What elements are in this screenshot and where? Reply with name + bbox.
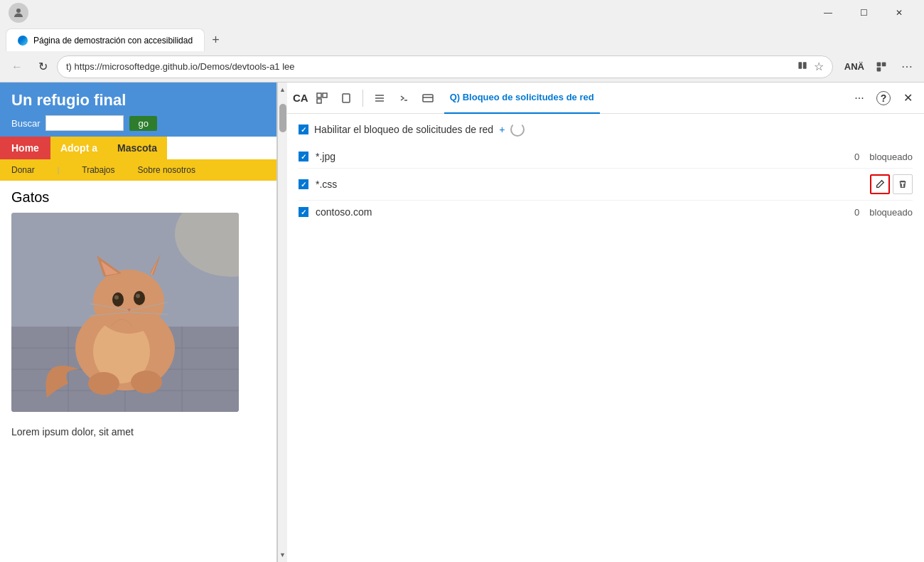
svg-rect-36 [343,94,350,102]
search-input[interactable] [45,115,124,131]
title-bar: — ☐ ✕ [0,0,924,26]
webpage-footer: Lorem ipsum dolor, sit amet [0,420,276,443]
nav-trabajos-item[interactable]: Trabajos [70,162,126,178]
maximize-button[interactable]: ☐ [847,3,880,23]
svg-point-32 [131,371,162,393]
rule-css-checkbox[interactable] [299,179,308,189]
tab-title: Página de demostración con accesibilidad [33,36,193,46]
edge-icon [18,36,28,46]
add-rule-button[interactable]: + [499,124,505,135]
rule-jpg-checkbox[interactable] [299,152,308,161]
minimize-button[interactable]: — [812,3,844,23]
svg-point-25 [136,294,140,298]
svg-rect-4 [882,62,886,66]
svg-rect-5 [877,67,881,71]
reading-mode-icon[interactable] [797,60,808,74]
active-tab[interactable]: Página de demostración con accesibilidad [6,28,205,51]
elements-icon[interactable] [369,88,390,109]
devtools-toolbar: CA [287,83,924,114]
svg-rect-35 [317,99,321,103]
svg-rect-38 [423,95,433,102]
rule-contoso-pattern: contoso.com [316,206,847,218]
devtools-panel: CA [287,83,924,562]
svg-point-31 [88,372,119,395]
edit-css-rule-button[interactable] [870,174,890,194]
rule-contoso-blocked: bloqueado [869,207,913,218]
webpage-body: Gatos [0,181,276,420]
nav-mascota-item[interactable]: Mascota [107,137,167,159]
network-icon[interactable] [417,88,439,109]
more-options-button[interactable]: ⋯ [896,55,918,78]
window-controls: — ☐ ✕ [812,3,915,23]
more-tools-button[interactable]: ··· [849,88,870,109]
rule-contoso-checkbox[interactable] [299,207,308,217]
rule-jpg-blocked: bloqueado [869,152,913,162]
refresh-button[interactable]: ↻ [31,55,54,78]
section-title: Gatos [11,189,265,206]
rule-css-actions [870,174,913,194]
svg-point-22 [112,292,124,307]
inspect-icon[interactable] [311,88,333,109]
rule-contoso-count: 0 [854,207,859,218]
rule-row-jpg: *.jpg 0 bloqueado [299,145,913,169]
scroll-track [278,97,287,548]
webpage-panel: Un refugio final Buscar go Home Adopt a … [0,83,277,562]
svg-point-17 [93,270,164,334]
webpage-title: Un refugio final [11,91,265,110]
reload-icon[interactable] [510,122,525,137]
collections-icon[interactable] [870,55,893,78]
console-icon[interactable] [393,88,414,109]
rule-row-contoso: contoso.com 0 bloqueado [299,201,913,223]
new-tab-button[interactable]: + [205,28,227,51]
nav-sep: | [46,162,71,178]
separator-1 [362,90,363,107]
back-button[interactable]: ← [6,55,28,78]
browser-actions: ANÄ ⋯ [842,55,918,78]
svg-point-24 [114,295,119,299]
nav-sobre-item[interactable]: Sobre nosotros [127,162,207,178]
svg-rect-1 [798,62,802,69]
address-text: t) https://microsoftedge.github.io/Demos… [66,61,797,72]
scroll-up-arrow[interactable]: ▲ [278,83,288,97]
webpage-header: Un refugio final Buscar go [0,83,276,137]
close-devtools-button[interactable]: ✕ [897,88,918,109]
address-bar-icons: ☆ [797,60,824,74]
search-label: Buscar [11,118,40,129]
rule-row-css: *.css [299,169,913,201]
network-block-tab-label: Q) Bloqueo de solicitudes de red [450,92,594,102]
rule-jpg-pattern: *.jpg [316,151,847,162]
network-block-tab[interactable]: Q) Bloqueo de solicitudes de red [444,83,600,114]
nav-home-item[interactable]: Home [0,137,50,159]
cat-image [11,213,239,412]
go-button[interactable]: go [129,116,156,131]
delete-css-rule-button[interactable] [893,174,913,194]
block-header-text: Habilitar el bloqueo de solicitudes de r… [314,124,493,135]
address-bar[interactable]: t) https://microsoftedge.github.io/Demos… [57,55,833,78]
address-bar-row: ← ↻ t) https://microsoftedge.github.io/D… [0,51,924,83]
svg-point-0 [16,9,21,13]
profile-icon[interactable] [9,3,28,23]
favorites-icon[interactable]: ☆ [814,60,824,73]
nav-sub-menu: Donar | Trabajos Sobre nosotros [0,159,276,181]
rule-jpg-count: 0 [854,152,859,162]
svg-point-23 [134,291,145,305]
enable-blocking-checkbox[interactable] [299,124,308,134]
devtools-content: Habilitar el bloqueo de solicitudes de r… [287,114,924,562]
nav-donar-item[interactable]: Donar [0,162,46,178]
device-icon[interactable] [335,88,357,109]
svg-rect-3 [877,62,881,66]
svg-rect-34 [323,93,327,97]
scroll-bar[interactable]: ▲ ▼ [277,83,287,562]
scroll-thumb[interactable] [279,104,286,132]
help-icon: ? [876,91,891,105]
main-area: Un refugio final Buscar go Home Adopt a … [0,83,924,562]
scroll-down-arrow[interactable]: ▼ [278,548,288,562]
nav-adopt-item[interactable]: Adopt a [50,137,107,159]
rule-css-pattern: *.css [316,179,863,190]
block-header: Habilitar el bloqueo de solicitudes de r… [299,122,913,137]
close-button[interactable]: ✕ [883,3,915,23]
profile-text: ANÄ [844,61,864,72]
tab-bar: Página de demostración con accesibilidad… [0,26,924,51]
help-button[interactable]: ? [873,88,894,109]
svg-rect-2 [803,62,807,69]
